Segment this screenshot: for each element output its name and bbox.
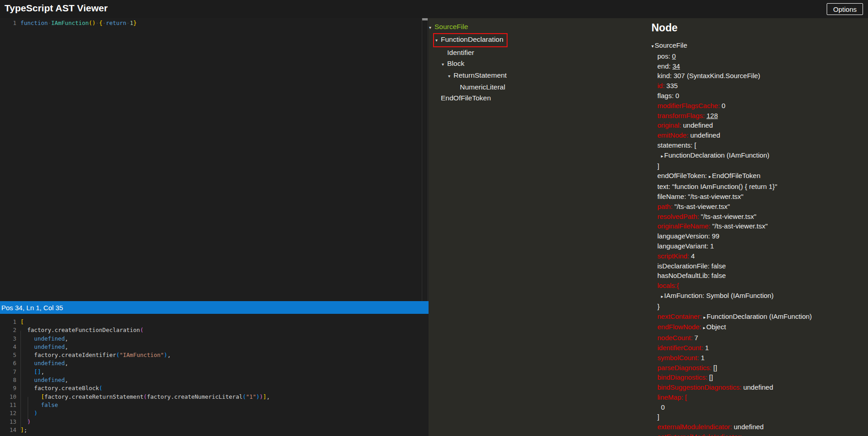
collapse-arrow-icon[interactable]: ▾ bbox=[442, 59, 447, 70]
property-hasNoDefaultLib: hasNoDefaultLib:false bbox=[651, 271, 868, 281]
code-line-content: [], bbox=[20, 368, 44, 376]
property-name: original: bbox=[657, 121, 681, 129]
property-name: flags: bbox=[657, 92, 674, 99]
code-token: · bbox=[126, 20, 130, 26]
property-parseDiagnostics: parseDiagnostics:[] bbox=[651, 363, 868, 373]
property-item: ▸FunctionDeclaration (IAmFunction) bbox=[651, 150, 868, 161]
property-value: undefined bbox=[743, 383, 773, 391]
expand-arrow-icon[interactable]: ▸ bbox=[709, 174, 711, 179]
line-number: 5 bbox=[0, 351, 20, 359]
tree-node-identifier[interactable]: Identifier bbox=[442, 47, 474, 58]
property-item: ▸IAmFunction: Symbol (IAmFunction) bbox=[651, 291, 868, 302]
app-title: TypeScript AST Viewer bbox=[5, 3, 108, 14]
property-modifierFlagsCache: modifierFlagsCache:0 bbox=[651, 101, 868, 111]
property-value-link[interactable]: 128 bbox=[706, 112, 718, 119]
code-line: 11 false bbox=[0, 401, 429, 409]
line-number: 11 bbox=[0, 401, 20, 409]
property-name: lineMap: bbox=[657, 393, 683, 401]
expand-arrow-icon[interactable]: ▸ bbox=[661, 154, 663, 159]
property-name: bindSuggestionDiagnostics: bbox=[657, 383, 741, 391]
property-pos: pos:0 bbox=[651, 51, 868, 61]
code-line: 4 undefined, bbox=[0, 343, 429, 351]
code-token: ] bbox=[263, 393, 266, 400]
factory-editor-content[interactable]: 1[2 factory.createFunctionDeclaration(3 … bbox=[0, 314, 429, 436]
app-header: TypeScript AST Viewer Options bbox=[0, 0, 868, 18]
property-value: "/ts-ast-viewer.tsx" bbox=[674, 203, 730, 210]
tree-node-sourcefile[interactable]: ▾SourceFile bbox=[429, 21, 468, 33]
property-resolvedPath: resolvedPath:"/ts-ast-viewer.tsx" bbox=[651, 212, 868, 222]
property-symbolCount: symbolCount:1 bbox=[651, 353, 868, 363]
property-value: "function IAmFunction() { return 1}" bbox=[672, 183, 777, 190]
collapse-arrow-icon[interactable]: ▾ bbox=[429, 22, 434, 33]
property-item: } bbox=[651, 302, 868, 312]
code-line: 9 factory.createBlock( bbox=[0, 384, 429, 392]
cursor-position-text: Pos 34, Ln 1, Col 35 bbox=[1, 304, 63, 312]
tree-row: ▾FunctionDeclaration bbox=[429, 33, 646, 47]
property-end: end:34 bbox=[651, 61, 868, 71]
code-token: , bbox=[266, 393, 270, 400]
property-value-link[interactable]: 34 bbox=[672, 62, 680, 70]
node-panel-title: Node bbox=[651, 21, 868, 35]
code-line: 15 bbox=[0, 434, 429, 436]
code-line-content: ]; bbox=[20, 426, 27, 434]
property-name: hasNoDefaultLib: bbox=[657, 272, 710, 279]
tree-node-numericliteral[interactable]: NumericLiteral bbox=[454, 82, 505, 93]
property-kind: kind:307 (SyntaxKind.SourceFile) bbox=[651, 71, 868, 81]
tree-node-label: FunctionDeclaration bbox=[441, 35, 503, 43]
editor-scrollbar[interactable] bbox=[422, 18, 428, 301]
tree-node-returnstatement[interactable]: ▾ReturnStatement bbox=[448, 70, 507, 82]
property-value: 0 bbox=[722, 102, 725, 109]
property-text: text:"function IAmFunction() { return 1}… bbox=[651, 182, 868, 192]
tree-row: ▾SourceFile bbox=[429, 21, 646, 33]
property-value: 307 (SyntaxKind.SourceFile) bbox=[674, 72, 760, 79]
source-editor[interactable]: 1function·IAmFunction()·{·return·1} bbox=[0, 18, 429, 301]
property-name: bindDiagnostics: bbox=[657, 373, 707, 381]
code-line: 6 undefined, bbox=[0, 359, 429, 367]
indent-guide bbox=[28, 397, 28, 422]
code-token: undefined bbox=[20, 343, 65, 350]
property-fileName: fileName:"/ts-ast-viewer.tsx" bbox=[651, 192, 868, 202]
property-nodeCount: nodeCount:7 bbox=[651, 333, 868, 343]
property-originalFileName: originalFileName:"/ts-ast-viewer.tsx" bbox=[651, 221, 868, 231]
code-line-content: function·IAmFunction()·{·return·1} bbox=[20, 19, 137, 27]
code-token: undefined bbox=[20, 360, 65, 367]
code-token bbox=[20, 368, 34, 375]
code-line-content: false bbox=[20, 401, 58, 409]
tree-node-functiondeclaration[interactable]: ▾FunctionDeclaration bbox=[433, 33, 508, 47]
collapse-arrow-icon[interactable]: ▾ bbox=[435, 35, 441, 46]
code-token: () bbox=[89, 20, 96, 26]
code-token bbox=[20, 418, 27, 425]
tree-node-block[interactable]: ▾Block bbox=[442, 58, 464, 70]
tree-row: EndOfFileToken bbox=[429, 93, 646, 104]
code-token: , bbox=[65, 360, 69, 367]
expand-arrow-icon[interactable]: ▸ bbox=[704, 315, 706, 320]
code-line-content: undefined, bbox=[20, 359, 68, 367]
property-name: setExternalModuleIndicator: bbox=[657, 433, 742, 436]
property-name: endFlowNode: bbox=[657, 323, 701, 331]
editor-scrollbar-thumb[interactable] bbox=[422, 18, 428, 20]
expand-arrow-icon[interactable]: ▸ bbox=[703, 325, 705, 330]
code-token: , bbox=[65, 335, 69, 342]
property-value: FunctionDeclaration (IAmFunction) bbox=[707, 312, 812, 320]
source-editor-content[interactable]: 1function·IAmFunction()·{·return·1} bbox=[0, 18, 429, 27]
property-name: transformFlags: bbox=[657, 112, 705, 119]
code-line: 5 factory.createIdentifier("IAmFunction"… bbox=[0, 351, 429, 359]
property-item: ▾SourceFile bbox=[651, 40, 868, 51]
tree-node-endoffiletoken[interactable]: EndOfFileToken bbox=[435, 93, 491, 104]
options-button[interactable]: Options bbox=[827, 3, 863, 15]
collapse-arrow-icon[interactable]: ▾ bbox=[651, 44, 654, 49]
code-token: ) bbox=[34, 410, 38, 416]
collapse-arrow-icon[interactable]: ▾ bbox=[448, 71, 454, 82]
tree-row: ▾ReturnStatement bbox=[429, 70, 646, 82]
property-value: 0 bbox=[661, 403, 665, 411]
code-line-content: factory.createBlock( bbox=[20, 384, 103, 392]
property-languageVariant: languageVariant:1 bbox=[651, 241, 868, 251]
code-token: } bbox=[133, 20, 137, 26]
factory-code-editor[interactable]: 1[2 factory.createFunctionDeclaration(3 … bbox=[0, 314, 429, 436]
property-item: 0 bbox=[651, 402, 868, 412]
property-name: resolvedPath: bbox=[657, 213, 699, 220]
code-token: factory.createFunctionDeclaration bbox=[20, 327, 140, 333]
expand-arrow-icon[interactable]: ▸ bbox=[661, 294, 663, 299]
property-value: 0 bbox=[676, 92, 679, 99]
property-value-link[interactable]: 0 bbox=[672, 52, 676, 60]
